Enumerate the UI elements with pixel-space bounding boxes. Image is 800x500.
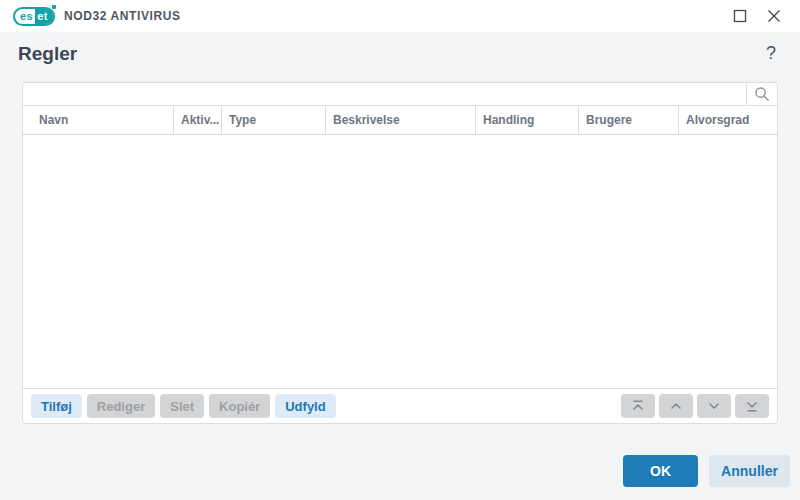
help-icon: ? <box>766 43 776 63</box>
copy-button: Kopiér <box>209 394 270 418</box>
fill-button[interactable]: Udfyld <box>275 394 335 418</box>
help-button[interactable]: ? <box>766 43 776 63</box>
column-header-handling[interactable]: Handling <box>475 106 578 134</box>
window-controls <box>727 3 787 29</box>
table-header-row: Navn Aktiv... Type Beskrivelse Handling … <box>23 106 777 135</box>
maximize-button[interactable] <box>727 3 753 29</box>
table-body-empty <box>23 135 777 388</box>
page-header: Regler ? <box>0 32 800 82</box>
page-title: Regler <box>18 43 77 65</box>
move-to-bottom-icon <box>744 398 760 414</box>
edit-button: Rediger <box>87 394 155 418</box>
move-down-button <box>697 394 731 418</box>
ok-button[interactable]: OK <box>623 455 698 487</box>
move-to-bottom-button <box>735 394 769 418</box>
close-icon <box>767 9 781 23</box>
move-up-button <box>659 394 693 418</box>
app-title: NOD32 ANTIVIRUS <box>64 9 181 23</box>
search-button[interactable] <box>747 83 777 105</box>
titlebar: es et NOD32 ANTIVIRUS <box>0 0 800 32</box>
move-up-icon <box>668 398 684 414</box>
delete-button: Slet <box>160 394 204 418</box>
move-to-top-icon <box>630 398 646 414</box>
column-header-brugere[interactable]: Brugere <box>578 106 678 134</box>
table-footer-toolbar: Tilføj Rediger Slet Kopiér Udfyld <box>23 388 777 423</box>
maximize-icon <box>733 9 747 23</box>
eset-logo: es et <box>13 7 55 26</box>
dialog-action-bar: OK Annuller <box>623 455 790 487</box>
add-button[interactable]: Tilføj <box>31 394 82 418</box>
eset-logo-text-left: es <box>15 9 35 24</box>
column-header-type[interactable]: Type <box>221 106 325 134</box>
column-header-beskrivelse[interactable]: Beskrivelse <box>325 106 475 134</box>
eset-logo-text-right: et <box>35 9 53 24</box>
cancel-button[interactable]: Annuller <box>709 455 790 487</box>
rules-panel: Navn Aktiv... Type Beskrivelse Handling … <box>22 82 778 424</box>
move-to-top-button <box>621 394 655 418</box>
column-header-navn[interactable]: Navn <box>23 106 173 134</box>
reorder-buttons <box>621 394 769 418</box>
eset-logo-mark <box>52 5 56 9</box>
search-icon <box>754 86 770 102</box>
search-bar <box>23 83 777 106</box>
move-down-icon <box>706 398 722 414</box>
close-button[interactable] <box>761 3 787 29</box>
column-header-alvorsgrad[interactable]: Alvorsgrad <box>678 106 777 134</box>
column-header-aktiveret[interactable]: Aktiv... <box>173 106 221 134</box>
search-input[interactable] <box>23 83 746 105</box>
